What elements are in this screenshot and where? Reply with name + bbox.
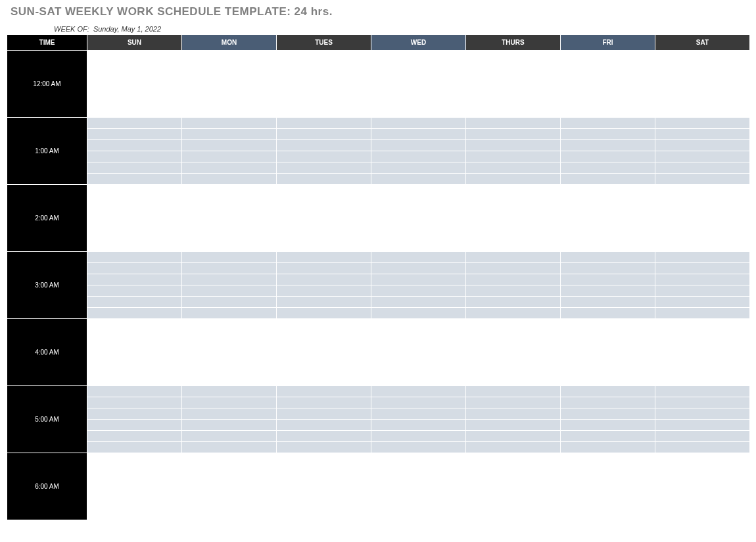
schedule-cell[interactable]	[277, 84, 371, 95]
schedule-cell[interactable]	[655, 431, 750, 442]
schedule-cell[interactable]	[182, 62, 277, 73]
schedule-cell[interactable]	[182, 375, 277, 386]
schedule-cell[interactable]	[371, 308, 466, 319]
schedule-cell[interactable]	[182, 274, 277, 285]
schedule-cell[interactable]	[466, 498, 561, 509]
schedule-cell[interactable]	[277, 162, 371, 174]
schedule-cell[interactable]	[87, 397, 182, 408]
schedule-cell[interactable]	[466, 319, 561, 330]
schedule-cell[interactable]	[87, 341, 182, 353]
schedule-cell[interactable]	[277, 364, 371, 375]
schedule-cell[interactable]	[87, 353, 182, 364]
schedule-cell[interactable]	[655, 140, 750, 151]
schedule-cell[interactable]	[371, 129, 466, 140]
schedule-cell[interactable]	[466, 129, 561, 140]
schedule-cell[interactable]	[277, 95, 371, 107]
schedule-cell[interactable]	[277, 297, 371, 308]
schedule-cell[interactable]	[277, 118, 371, 129]
schedule-cell[interactable]	[466, 442, 561, 453]
schedule-cell[interactable]	[87, 509, 182, 520]
schedule-cell[interactable]	[277, 73, 371, 84]
schedule-cell[interactable]	[655, 420, 750, 431]
schedule-cell[interactable]	[277, 252, 371, 263]
schedule-cell[interactable]	[277, 397, 371, 408]
schedule-cell[interactable]	[277, 230, 371, 241]
schedule-cell[interactable]	[655, 84, 750, 95]
schedule-cell[interactable]	[87, 364, 182, 375]
schedule-cell[interactable]	[371, 151, 466, 162]
schedule-cell[interactable]	[87, 330, 182, 341]
schedule-cell[interactable]	[655, 62, 750, 73]
schedule-cell[interactable]	[466, 375, 561, 386]
schedule-cell[interactable]	[371, 330, 466, 341]
schedule-cell[interactable]	[182, 151, 277, 162]
schedule-cell[interactable]	[371, 241, 466, 252]
schedule-cell[interactable]	[466, 118, 561, 129]
schedule-cell[interactable]	[561, 341, 655, 353]
schedule-cell[interactable]	[277, 431, 371, 442]
schedule-cell[interactable]	[466, 252, 561, 263]
schedule-cell[interactable]	[466, 341, 561, 353]
schedule-cell[interactable]	[466, 140, 561, 151]
schedule-cell[interactable]	[561, 353, 655, 364]
schedule-cell[interactable]	[561, 319, 655, 330]
schedule-cell[interactable]	[277, 498, 371, 509]
schedule-cell[interactable]	[277, 185, 371, 196]
schedule-cell[interactable]	[655, 107, 750, 118]
schedule-cell[interactable]	[277, 487, 371, 498]
schedule-cell[interactable]	[87, 230, 182, 241]
schedule-cell[interactable]	[182, 464, 277, 476]
schedule-cell[interactable]	[371, 319, 466, 330]
schedule-cell[interactable]	[655, 487, 750, 498]
schedule-cell[interactable]	[87, 285, 182, 297]
schedule-cell[interactable]	[277, 509, 371, 520]
schedule-cell[interactable]	[87, 498, 182, 509]
schedule-cell[interactable]	[655, 408, 750, 420]
schedule-cell[interactable]	[466, 364, 561, 375]
schedule-cell[interactable]	[182, 118, 277, 129]
schedule-cell[interactable]	[466, 420, 561, 431]
schedule-cell[interactable]	[561, 129, 655, 140]
schedule-cell[interactable]	[466, 162, 561, 174]
schedule-cell[interactable]	[655, 51, 750, 62]
schedule-cell[interactable]	[87, 140, 182, 151]
schedule-cell[interactable]	[466, 62, 561, 73]
schedule-cell[interactable]	[87, 453, 182, 464]
schedule-cell[interactable]	[371, 84, 466, 95]
schedule-cell[interactable]	[655, 162, 750, 174]
schedule-cell[interactable]	[87, 196, 182, 207]
schedule-cell[interactable]	[182, 408, 277, 420]
schedule-cell[interactable]	[182, 308, 277, 319]
schedule-cell[interactable]	[277, 453, 371, 464]
schedule-cell[interactable]	[655, 95, 750, 107]
schedule-cell[interactable]	[277, 140, 371, 151]
schedule-cell[interactable]	[655, 207, 750, 218]
schedule-cell[interactable]	[655, 364, 750, 375]
schedule-cell[interactable]	[371, 252, 466, 263]
schedule-cell[interactable]	[87, 420, 182, 431]
schedule-cell[interactable]	[87, 319, 182, 330]
schedule-cell[interactable]	[371, 408, 466, 420]
schedule-cell[interactable]	[371, 51, 466, 62]
schedule-cell[interactable]	[182, 386, 277, 397]
schedule-cell[interactable]	[277, 129, 371, 140]
schedule-cell[interactable]	[371, 397, 466, 408]
schedule-cell[interactable]	[561, 252, 655, 263]
schedule-cell[interactable]	[182, 95, 277, 107]
schedule-cell[interactable]	[371, 263, 466, 274]
schedule-cell[interactable]	[561, 107, 655, 118]
schedule-cell[interactable]	[561, 51, 655, 62]
schedule-cell[interactable]	[87, 241, 182, 252]
schedule-cell[interactable]	[182, 453, 277, 464]
schedule-cell[interactable]	[561, 230, 655, 241]
schedule-cell[interactable]	[655, 218, 750, 230]
schedule-cell[interactable]	[182, 218, 277, 230]
schedule-cell[interactable]	[87, 464, 182, 476]
schedule-cell[interactable]	[466, 185, 561, 196]
schedule-cell[interactable]	[466, 408, 561, 420]
schedule-cell[interactable]	[655, 73, 750, 84]
schedule-cell[interactable]	[87, 274, 182, 285]
schedule-cell[interactable]	[561, 375, 655, 386]
schedule-cell[interactable]	[371, 442, 466, 453]
schedule-cell[interactable]	[182, 107, 277, 118]
